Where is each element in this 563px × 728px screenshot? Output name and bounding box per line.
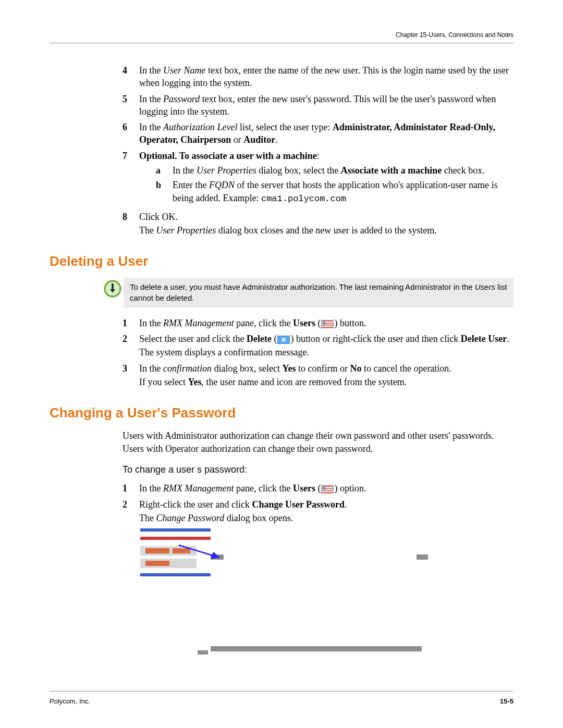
t: Select the user and click the [139,334,247,344]
t: User Name [163,65,206,76]
step-number: 1 [123,482,139,495]
t: Yes [188,377,201,387]
chapter-header: Chapter 15-Users, Connections and Notes [50,31,513,39]
t: dialog box, select [212,363,282,374]
footer-rule [50,691,513,692]
screenshot-bar [198,650,208,655]
t: ) option. [334,483,366,493]
t: In the [139,363,163,374]
substep-b: b Enter the FQDN of the server that host… [156,179,513,205]
step-text: In the confirmation dialog box, select Y… [139,362,513,389]
step-number: 7 [123,150,139,207]
screenshot-bar [417,554,428,560]
t: : [317,151,320,161]
note-icon [102,278,124,307]
t: Delete [247,334,272,344]
t: list, select the user type: [237,122,332,132]
change-step-2: 2 Right-click the user and click Change … [123,498,513,525]
screenshot-bar [140,537,211,540]
t: confirmation [163,363,212,374]
t: Enter the [173,180,209,190]
follow-text: If you select Yes, the user name and ico… [139,376,513,388]
step-text: In the User Name text box, enter the nam… [139,64,513,90]
t: , the user name and icon are removed fro… [201,377,407,387]
step-number: 8 [123,211,139,237]
t: ) button or right-click the user and the… [290,334,460,344]
t: Associate with a machine [341,165,442,176]
delete-step-2: 2 Select the user and click the Delete (… [123,332,513,359]
t: . [275,134,278,145]
follow-text: The User Properties dialog box closes an… [139,224,513,237]
t: In the [139,318,163,328]
t: In the [139,483,163,493]
step-text: Right-click the user and click Change Us… [139,498,513,525]
t: pane, click the [234,318,292,328]
t: Password [163,94,200,104]
t: The [139,513,156,523]
step-number: 5 [123,93,139,118]
step-number: 1 [123,317,139,329]
step-4: 4 In the User Name text box, enter the n… [123,64,513,90]
delete-button-icon [277,336,290,344]
substep-text: Enter the FQDN of the server that hosts … [173,179,513,205]
t: or [231,134,243,145]
t: ( [315,483,321,493]
t: Delete User [461,334,507,344]
step-8: 8 Click OK. The User Properties dialog b… [123,211,513,237]
t: Yes [282,363,296,374]
step-number: 3 [123,362,139,389]
screenshot-bar [211,554,224,560]
t: In the [139,94,163,104]
substep-letter: a [156,164,173,177]
t: cma1.polycom.com [261,194,346,204]
step-text: In the RMX Management pane, click the Us… [139,482,513,495]
t: Click OK. [139,212,178,222]
t: dialog box opens. [224,513,293,523]
t: In the [173,165,197,176]
screenshot-bar [140,573,211,576]
t: To delete a user, you must have Administ… [130,282,475,291]
t: In the [139,65,163,76]
substeps: a In the User Properties dialog box, sel… [156,164,513,205]
t: ( [272,334,277,344]
change-step-1: 1 In the RMX Management pane, click the … [123,482,513,495]
steps-list-top: 4 In the User Name text box, enter the n… [123,64,513,237]
t: Users [475,282,495,291]
t: User Properties [156,225,216,236]
content-body: 4 In the User Name text box, enter the n… [50,64,513,652]
note-row: To delete a user, you must have Administ… [102,278,513,307]
t: to cancel the operation. [361,363,451,374]
t: . [345,499,347,510]
t: dialog box, select the [256,165,341,176]
screenshot-bar [140,528,211,532]
step-number: 2 [123,332,139,359]
t: ( [315,318,321,328]
t: User Properties [197,165,256,176]
users-button-icon [321,320,334,328]
step-text: In the Authorization Level list, select … [139,121,513,146]
footer-page-number: 15-5 [500,697,513,705]
change-password-screenshot [140,527,428,652]
steps-delete: 1 In the RMX Management pane, click the … [123,317,513,388]
t: RMX Management [163,318,234,328]
t: The [139,225,156,236]
step-text: In the RMX Management pane, click the Us… [139,317,513,329]
page: Chapter 15-Users, Connections and Notes … [0,0,563,728]
footer: Polycom, Inc. 15-5 [50,697,513,705]
footer-left: Polycom, Inc. [50,697,90,705]
note-box: To delete a user, you must have Administ… [124,278,513,307]
substep-letter: b [156,179,173,205]
t: check box. [442,165,484,176]
heading-deleting-a-user: Deleting a User [50,252,513,270]
t: Optional. To associate a user with a mac… [139,151,317,161]
follow-text: The system displays a confirmation messa… [139,346,513,359]
users-button-icon [321,485,334,493]
subheading: To change a user s password: [123,463,513,476]
screenshot-bar [145,548,169,553]
step-text: Optional. To associate a user with a mac… [139,150,513,207]
t: Right-click the user and click [139,499,252,510]
screenshot-bar [145,561,169,566]
step-text: In the Password text box, enter the new … [139,93,513,118]
screenshot-bar [173,548,190,553]
steps-change: 1 In the RMX Management pane, click the … [123,482,513,524]
